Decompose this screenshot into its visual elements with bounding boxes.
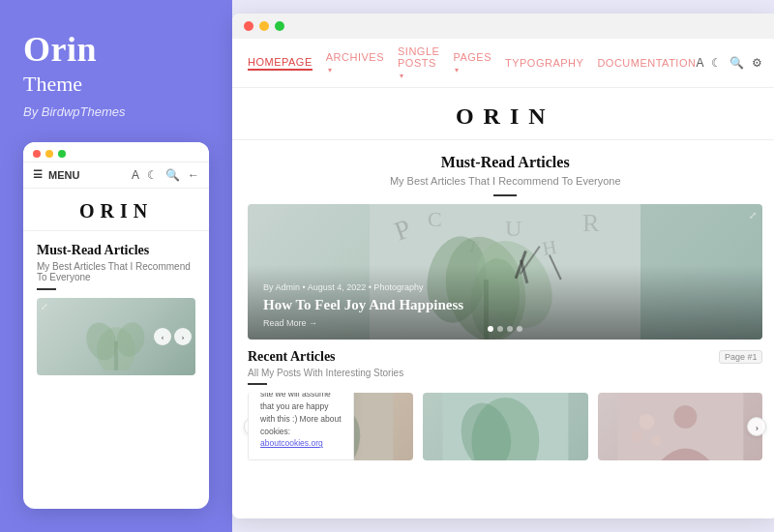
hero-section-sub: My Best Articles That I Recommend To Eve… xyxy=(232,175,774,187)
mobile-divider xyxy=(37,288,56,290)
site-logo: ORIN xyxy=(232,103,774,130)
recent-page-badge: Page #1 xyxy=(719,350,763,364)
mobile-content-area: Must-Read Articles My Best Articles That… xyxy=(23,231,209,375)
nav-archives-label: ARCHIVES xyxy=(326,51,384,63)
app-byline: By BirdwpThemes xyxy=(23,104,209,119)
hero-post-title[interactable]: How To Feel Joy And Happiness xyxy=(263,296,747,315)
browser-dot-green xyxy=(275,21,284,31)
mobile-preview-card: ☰ MENU A ☾ 🔍 ← ORIN Must-Read Articles M… xyxy=(23,142,209,509)
browser-topbar xyxy=(232,14,774,39)
left-panel: Orin Theme By BirdwpThemes ☰ MENU A ☾ 🔍 … xyxy=(0,0,232,532)
site-logo-area: ORIN xyxy=(232,88,774,140)
nav-homepage[interactable]: HOMEPAGE xyxy=(248,56,313,71)
single-posts-arrow-icon: ▾ xyxy=(400,72,404,80)
svg-point-31 xyxy=(651,436,661,446)
hero-post-meta: By Admin • August 4, 2022 • Photography xyxy=(263,282,747,292)
hero-section-divider xyxy=(493,194,517,196)
browser-settings-icon[interactable]: ⚙ xyxy=(752,56,762,70)
hero-dot-2[interactable] xyxy=(497,326,503,332)
mobile-search-icon[interactable]: 🔍 xyxy=(165,168,180,182)
browser-dot-red xyxy=(244,21,253,31)
mobile-prev-button[interactable]: ‹ xyxy=(154,328,171,345)
app-name: Orin xyxy=(23,31,209,70)
font-size-icon[interactable]: A xyxy=(132,168,139,182)
hero-image-overlay: By Admin • August 4, 2022 • Photography … xyxy=(248,204,762,340)
svg-point-30 xyxy=(631,430,642,442)
hero-section-title: Must-Read Articles xyxy=(232,154,774,171)
hero-featured-image: P C T U H R xyxy=(248,204,762,340)
hero-section: Must-Read Articles My Best Articles That… xyxy=(232,140,774,204)
browser-site-nav: HOMEPAGE ARCHIVES ▾ SINGLE POSTS ▾ PAGES… xyxy=(232,39,774,88)
browser-dot-yellow xyxy=(259,21,269,31)
svg-point-29 xyxy=(639,414,654,429)
archives-arrow-icon: ▾ xyxy=(328,66,333,74)
svg-rect-3 xyxy=(114,341,118,370)
hamburger-icon: ☰ xyxy=(33,168,43,181)
hero-expand-icon[interactable]: ⤢ xyxy=(749,210,757,221)
mobile-dot-green xyxy=(58,150,66,158)
articles-nav-area: Cookies Notice Our website uses cookies.… xyxy=(248,393,762,460)
mobile-hero-image: ⤢ ‹ › xyxy=(37,298,195,375)
app-subtitle: Theme xyxy=(23,72,209,97)
mobile-back-icon[interactable]: ← xyxy=(188,168,199,182)
hero-dot-4[interactable] xyxy=(517,326,522,332)
nav-pages-label: PAGES xyxy=(453,51,491,63)
cookies-body-text: Our website uses cookies. If you continu… xyxy=(260,393,342,436)
browser-dark-icon[interactable]: ☾ xyxy=(711,56,722,70)
recent-section-sub: All My Posts With Interesting Stories xyxy=(248,368,762,378)
recent-articles-grid: Cookies Notice Our website uses cookies.… xyxy=(248,393,762,460)
browser-site-content: ORIN Must-Read Articles My Best Articles… xyxy=(232,88,774,518)
browser-font-icon[interactable]: A xyxy=(696,56,703,70)
mobile-menu-button[interactable]: ☰ MENU xyxy=(33,168,79,181)
article-card-3 xyxy=(598,393,763,460)
mobile-topbar xyxy=(23,142,209,162)
mobile-menu-label: MENU xyxy=(48,169,79,181)
mobile-next-button[interactable]: › xyxy=(174,328,192,345)
recent-header: Recent Articles Page #1 xyxy=(248,349,762,365)
recent-section-divider xyxy=(248,383,267,385)
mobile-nav-right-icons: A ☾ 🔍 ← xyxy=(132,168,199,182)
mobile-site-logo: ORIN xyxy=(23,200,209,222)
mobile-dot-red xyxy=(33,150,41,158)
pages-arrow-icon: ▾ xyxy=(455,66,460,74)
article-card-3-image xyxy=(598,393,763,460)
nav-links: HOMEPAGE ARCHIVES ▾ SINGLE POSTS ▾ PAGES… xyxy=(248,45,696,80)
nav-pages[interactable]: PAGES ▾ xyxy=(453,51,491,74)
recent-articles-section: Recent Articles Page #1 All My Posts Wit… xyxy=(232,340,774,460)
hero-slider-dots xyxy=(488,326,522,332)
nav-archives[interactable]: ARCHIVES ▾ xyxy=(326,51,384,74)
cookies-notice: Cookies Notice Our website uses cookies.… xyxy=(248,393,354,460)
nav-single-posts-label: SINGLE POSTS xyxy=(398,45,439,69)
mobile-logo-area: ORIN xyxy=(23,189,209,231)
browser-search-icon[interactable]: 🔍 xyxy=(729,56,744,70)
recent-section-title: Recent Articles xyxy=(248,349,336,365)
mobile-nav-bar: ☰ MENU A ☾ 🔍 ← xyxy=(23,162,209,189)
hero-dot-3[interactable] xyxy=(507,326,513,332)
cookies-text: Our website uses cookies. If you continu… xyxy=(260,393,342,450)
browser-nav-right-icons: A ☾ 🔍 ⚙ xyxy=(696,56,762,70)
mobile-section-title: Must-Read Articles xyxy=(37,243,195,258)
article-card-2-image xyxy=(423,393,588,460)
article-card-2 xyxy=(423,393,588,460)
hero-dot-1[interactable] xyxy=(488,326,493,332)
svg-point-28 xyxy=(673,405,697,429)
browser-window: HOMEPAGE ARCHIVES ▾ SINGLE POSTS ▾ PAGES… xyxy=(232,14,774,518)
articles-next-button[interactable]: › xyxy=(747,417,766,436)
mobile-dot-yellow xyxy=(45,150,53,158)
article-card-1: Cookies Notice Our website uses cookies.… xyxy=(248,393,413,460)
dark-mode-icon[interactable]: ☾ xyxy=(147,168,158,182)
nav-single-posts[interactable]: SINGLE POSTS ▾ xyxy=(398,45,439,80)
mobile-image-nav: ‹ › xyxy=(154,328,192,345)
mobile-expand-icon[interactable]: ⤢ xyxy=(41,302,48,311)
nav-documentation[interactable]: DOCUMENTATION xyxy=(597,57,696,69)
mobile-section-sub: My Best Articles That I Recommend To Eve… xyxy=(37,261,195,282)
cookies-link[interactable]: aboutcookies.org xyxy=(260,438,323,448)
nav-typography[interactable]: TYPOGRAPHY xyxy=(505,57,583,69)
right-panel: HOMEPAGE ARCHIVES ▾ SINGLE POSTS ▾ PAGES… xyxy=(232,0,774,532)
